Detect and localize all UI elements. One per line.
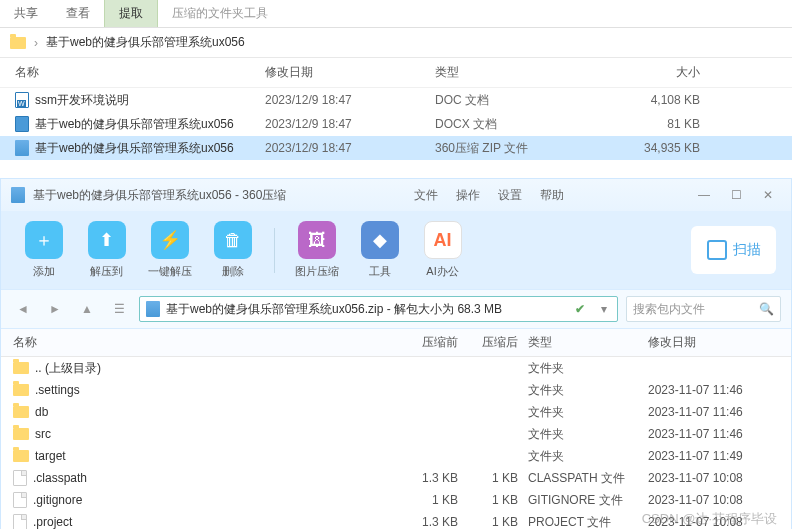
minimize-button[interactable]: — <box>691 185 717 205</box>
breadcrumb[interactable]: › 基于web的健身俱乐部管理系统ux056 <box>0 28 792 58</box>
doc-icon <box>15 92 29 108</box>
entry-name: .. (上级目录) <box>35 360 101 377</box>
tab-view[interactable]: 查看 <box>52 0 104 27</box>
entry-name: db <box>35 405 48 419</box>
col-name[interactable]: 名称 <box>15 64 265 81</box>
toolbar-image-compress[interactable]: 🖼 图片压缩 <box>289 221 344 279</box>
file-row[interactable]: ssm开发环境说明2023/12/9 18:47DOC 文档4,108 KB <box>0 88 792 112</box>
explorer-ribbon-tabs: 共享 查看 提取 压缩的文件夹工具 <box>0 0 792 28</box>
file-name: 基于web的健身俱乐部管理系统ux056 <box>35 116 234 133</box>
col-size[interactable]: 大小 <box>600 64 700 81</box>
zip-entry-row[interactable]: .classpath1.3 KB1 KBCLASSPATH 文件2023-11-… <box>1 467 791 489</box>
toolbar-ai-label: AI办公 <box>426 264 458 279</box>
nav-list-icon[interactable]: ☰ <box>107 298 131 320</box>
search-icon[interactable]: 🔍 <box>759 302 774 316</box>
zip-menu: 文件 操作 设置 帮助 <box>414 187 564 204</box>
menu-settings[interactable]: 设置 <box>498 187 522 204</box>
watermark: CSDN @达·芬程序毕设 <box>642 510 777 528</box>
toolbar-delete[interactable]: 🗑 删除 <box>205 221 260 279</box>
toolbar-separator <box>274 228 275 273</box>
toolbar-add[interactable]: ＋ 添加 <box>16 221 71 279</box>
toolbar-tool-label: 工具 <box>369 264 391 279</box>
breadcrumb-folder[interactable]: 基于web的健身俱乐部管理系统ux056 <box>46 34 245 51</box>
explorer-column-headers: 名称 修改日期 类型 大小 <box>0 58 792 88</box>
docx-icon <box>15 116 29 132</box>
breadcrumb-separator: › <box>34 36 38 50</box>
toolbar-img-label: 图片压缩 <box>295 264 339 279</box>
col-modified[interactable]: 修改日期 <box>265 64 435 81</box>
file-type: 360压缩 ZIP 文件 <box>435 140 600 157</box>
zcol-before[interactable]: 压缩前 <box>403 334 468 351</box>
entry-name: .project <box>33 515 72 529</box>
zip-entry-row[interactable]: src文件夹2023-11-07 11:46 <box>1 423 791 445</box>
toolbar-extract-to[interactable]: ⬆ 解压到 <box>79 221 134 279</box>
entry-name: .classpath <box>33 471 87 485</box>
scan-label: 扫描 <box>733 241 761 259</box>
zip-entry-row[interactable]: .gitignore1 KB1 KBGITIGNORE 文件2023-11-07… <box>1 489 791 511</box>
tool-icon: ◆ <box>361 221 399 259</box>
entry-date: 2023-11-07 11:46 <box>648 427 778 441</box>
entry-date: 2023-11-07 11:46 <box>648 383 778 397</box>
entry-date: 2023-11-07 11:49 <box>648 449 778 463</box>
col-type[interactable]: 类型 <box>435 64 600 81</box>
file-date: 2023/12/9 18:47 <box>265 93 435 107</box>
zcol-date[interactable]: 修改日期 <box>648 334 778 351</box>
tab-extract[interactable]: 提取 <box>104 0 158 27</box>
tab-share[interactable]: 共享 <box>0 0 52 27</box>
file-row[interactable]: 基于web的健身俱乐部管理系统ux0562023/12/9 18:47360压缩… <box>0 136 792 160</box>
close-button[interactable]: ✕ <box>755 185 781 205</box>
menu-help[interactable]: 帮助 <box>540 187 564 204</box>
zip-toolbar: ＋ 添加 ⬆ 解压到 ⚡ 一键解压 🗑 删除 🖼 图片压缩 ◆ 工具 AI AI… <box>1 211 791 289</box>
toolbar-oneclick-extract[interactable]: ⚡ 一键解压 <box>142 221 197 279</box>
zcol-type[interactable]: 类型 <box>528 334 648 351</box>
file-type: DOC 文档 <box>435 92 600 109</box>
zcol-name[interactable]: 名称 <box>13 334 403 351</box>
zip-file-icon <box>146 301 160 317</box>
checkmark-icon: ✔ <box>569 302 591 316</box>
zip-entry-row[interactable]: .settings文件夹2023-11-07 11:46 <box>1 379 791 401</box>
folder-icon <box>13 406 29 418</box>
nav-path-text: 基于web的健身俱乐部管理系统ux056.zip - 解包大小为 68.3 MB <box>166 301 563 318</box>
menu-file[interactable]: 文件 <box>414 187 438 204</box>
entry-size-after: 1 KB <box>468 515 528 529</box>
menu-action[interactable]: 操作 <box>456 187 480 204</box>
scan-button[interactable]: 扫描 <box>691 226 776 274</box>
zip-column-headers: 名称 压缩前 压缩后 类型 修改日期 <box>1 329 791 357</box>
entry-date: 2023-11-07 11:46 <box>648 405 778 419</box>
entry-size-before: 1.3 KB <box>403 515 468 529</box>
search-placeholder: 搜索包内文件 <box>633 301 705 318</box>
toolbar-add-label: 添加 <box>33 264 55 279</box>
file-name: ssm开发环境说明 <box>35 92 129 109</box>
entry-size-after: 1 KB <box>468 493 528 507</box>
toolbar-oneclick-label: 一键解压 <box>148 264 192 279</box>
oneclick-icon: ⚡ <box>151 221 189 259</box>
zcol-after[interactable]: 压缩后 <box>468 334 528 351</box>
tab-compressed-tools[interactable]: 压缩的文件夹工具 <box>158 0 282 27</box>
entry-type: 文件夹 <box>528 404 648 421</box>
chevron-down-icon[interactable]: ▾ <box>597 302 611 316</box>
toolbar-tools[interactable]: ◆ 工具 <box>352 221 407 279</box>
zip-entry-row[interactable]: target文件夹2023-11-07 11:49 <box>1 445 791 467</box>
maximize-button[interactable]: ☐ <box>723 185 749 205</box>
zip-entry-row[interactable]: .. (上级目录)文件夹 <box>1 357 791 379</box>
entry-size-before: 1.3 KB <box>403 471 468 485</box>
zip-entry-row[interactable]: db文件夹2023-11-07 11:46 <box>1 401 791 423</box>
zip-titlebar: 基于web的健身俱乐部管理系统ux056 - 360压缩 文件 操作 设置 帮助… <box>1 179 791 211</box>
folder-icon <box>13 450 29 462</box>
file-icon <box>13 514 27 529</box>
entry-type: GITIGNORE 文件 <box>528 492 648 509</box>
nav-up[interactable]: ▲ <box>75 298 99 320</box>
toolbar-extract-label: 解压到 <box>90 264 123 279</box>
entry-type: 文件夹 <box>528 382 648 399</box>
nav-back[interactable]: ◄ <box>11 298 35 320</box>
entry-type: PROJECT 文件 <box>528 514 648 530</box>
search-input[interactable]: 搜索包内文件 🔍 <box>626 296 781 322</box>
scan-icon <box>707 240 727 260</box>
toolbar-ai-office[interactable]: AI AI办公 <box>415 221 470 279</box>
nav-forward[interactable]: ► <box>43 298 67 320</box>
trash-icon: 🗑 <box>214 221 252 259</box>
file-type: DOCX 文档 <box>435 116 600 133</box>
file-date: 2023/12/9 18:47 <box>265 141 435 155</box>
file-row[interactable]: 基于web的健身俱乐部管理系统ux0562023/12/9 18:47DOCX … <box>0 112 792 136</box>
nav-path-field[interactable]: 基于web的健身俱乐部管理系统ux056.zip - 解包大小为 68.3 MB… <box>139 296 618 322</box>
